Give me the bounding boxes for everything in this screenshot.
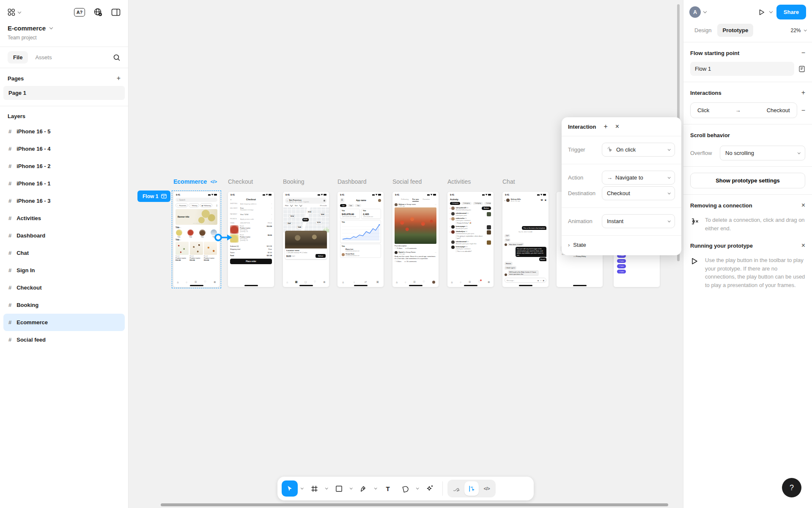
- dev-mode-tool[interactable]: </>: [480, 481, 494, 496]
- frame-booking[interactable]: 9:41 ○ San FranciscoSep 12 - 15 · 1 room…: [283, 192, 329, 287]
- move-tool-chevron-icon[interactable]: [301, 486, 303, 489]
- mini-dashboard-tabs: Tab Tab Tab: [340, 204, 381, 207]
- add-interaction-icon[interactable]: +: [801, 89, 805, 96]
- tab-design[interactable]: Design: [689, 24, 716, 37]
- pen-tool-chevron-icon[interactable]: [374, 486, 377, 489]
- rename-suggest-icon[interactable]: A?: [74, 8, 85, 17]
- shape-menu-chevron-icon[interactable]: [416, 486, 419, 489]
- comment-shape-tool[interactable]: [397, 480, 413, 497]
- interaction-row[interactable]: Click → Checkout: [690, 102, 797, 118]
- frame-checkout[interactable]: 9:41 ‹Checkout SHIPPING Add shipping add…: [228, 192, 274, 287]
- frame-tool-chevron-icon[interactable]: [325, 486, 328, 489]
- shape-tool-chevron-icon[interactable]: [350, 486, 352, 489]
- mini-chat-messages: This is the main chat template Nov 30, 2…: [502, 203, 549, 277]
- present-chevron-icon[interactable]: [769, 10, 773, 13]
- main-menu-chevron-icon[interactable]: [18, 10, 21, 13]
- frame-label-dashboard[interactable]: Dashboard: [337, 178, 367, 185]
- frame-label-booking[interactable]: Booking: [283, 178, 304, 185]
- search-icon[interactable]: [113, 54, 121, 61]
- layer-row[interactable]: # Dashboard: [3, 227, 125, 244]
- mini-listing-card: Location name ◇ 4.8 (100 reviews) ⚑ 1.2 …: [285, 231, 327, 259]
- layer-row[interactable]: # Checkout: [3, 279, 125, 296]
- remove-flow-icon[interactable]: −: [801, 50, 805, 56]
- layer-row[interactable]: # Activities: [3, 210, 125, 227]
- add-interaction-icon[interactable]: +: [604, 123, 607, 130]
- project-menu-chevron-icon[interactable]: [49, 26, 53, 29]
- help-button[interactable]: ?: [782, 478, 801, 497]
- frame-label-ecommerce[interactable]: Ecommerce </>: [173, 178, 217, 185]
- user-avatar[interactable]: A: [689, 6, 701, 18]
- show-prototype-settings-button[interactable]: Show prototype settings: [690, 173, 805, 188]
- avatar: [395, 203, 398, 206]
- frame-social-feed[interactable]: 9:41 Following For you Favorites Helena …: [392, 192, 439, 287]
- mini-category-item: Title: [187, 229, 194, 238]
- mini-chip: Tab: [340, 204, 346, 207]
- draw-tool[interactable]: [449, 481, 464, 496]
- frame-activities[interactable]: 9:41 Activity Category Category Category…: [447, 192, 494, 287]
- layer-row[interactable]: # Booking: [3, 296, 125, 314]
- mini-line-chart: Title: [340, 220, 381, 243]
- mini-checkout-info: SHIPPING Add shipping address › DELIVERY…: [228, 202, 274, 221]
- frame-label-social-feed[interactable]: Social feed: [392, 178, 422, 185]
- layer-name: iPhone 16 - 1: [16, 180, 50, 187]
- prototype-connection-arrow[interactable]: [214, 232, 233, 245]
- layer-row[interactable]: # iPhone 16 - 2: [3, 157, 125, 175]
- more-icon: …: [435, 251, 436, 253]
- close-icon[interactable]: ×: [615, 123, 619, 130]
- globe-status-icon[interactable]: [93, 8, 103, 17]
- account-chevron-icon[interactable]: [703, 10, 707, 13]
- shape-tool-rectangle[interactable]: [331, 480, 347, 497]
- frame-label-checkout[interactable]: Checkout: [228, 178, 253, 185]
- removing-connection-body: To delete a connection, click and drag o…: [705, 216, 805, 232]
- remove-interaction-icon[interactable]: −: [801, 107, 805, 114]
- text-tool[interactable]: T: [380, 480, 396, 497]
- layer-name: Checkout: [16, 284, 41, 291]
- actions-sparkle-tool[interactable]: [422, 480, 438, 497]
- flow-description-icon[interactable]: [798, 66, 805, 72]
- page-item-page-1[interactable]: Page 1: [3, 86, 125, 100]
- avatar: [451, 225, 455, 229]
- canvas-horizontal-scrollbar[interactable]: [161, 503, 668, 506]
- flow-name-input[interactable]: Flow 1: [690, 62, 794, 76]
- layer-row[interactable]: # iPhone 16 - 5: [3, 123, 125, 140]
- mini-activity-row: nebulanomad1d Liked your post: [451, 212, 491, 216]
- dismiss-tip-icon[interactable]: ×: [801, 202, 805, 209]
- frame-tool[interactable]: [306, 480, 322, 497]
- flow-start-badge[interactable]: Flow 1: [137, 190, 170, 202]
- frame-chat[interactable]: 9:41 ‹ Helena HillsActive 11m ago ☎▣ Thi…: [502, 192, 549, 287]
- layer-row[interactable]: # iPhone 16 - 1: [3, 175, 125, 192]
- tab-file[interactable]: File: [8, 51, 28, 64]
- mini-cart-item: Brand Product name Description Quantity:…: [230, 225, 272, 234]
- frame-label-activities[interactable]: Activities: [447, 178, 471, 185]
- action-select[interactable]: → Navigate to: [602, 171, 675, 185]
- move-tool[interactable]: [282, 480, 298, 497]
- mini-map-pin: $176: [316, 222, 321, 224]
- state-expander[interactable]: › State: [562, 235, 681, 255]
- layer-row[interactable]: # iPhone 16 - 4: [3, 140, 125, 157]
- layer-row[interactable]: # iPhone 16 - 3: [3, 192, 125, 210]
- frame-dashboard[interactable]: 9:41 ≡App name Tab Tab Tab Title $45,678…: [337, 192, 384, 287]
- pen-tool[interactable]: [355, 480, 371, 497]
- add-page-icon[interactable]: +: [117, 75, 121, 82]
- trigger-select[interactable]: On click: [602, 143, 675, 157]
- frame-ecommerce[interactable]: 9:41 ○Search ♡Favorites ◔History ◉Follow…: [173, 192, 219, 287]
- figma-logo-icon[interactable]: [8, 8, 15, 16]
- present-play-icon[interactable]: [758, 8, 765, 16]
- tab-prototype[interactable]: Prototype: [717, 24, 753, 37]
- frame-icon: #: [8, 198, 11, 204]
- animation-select[interactable]: Instant: [602, 214, 675, 228]
- tab-assets[interactable]: Assets: [30, 51, 57, 64]
- zoom-control[interactable]: 22%: [790, 28, 806, 33]
- layer-row[interactable]: # Chat: [3, 244, 125, 262]
- layer-row[interactable]: # Ecommerce: [3, 314, 125, 331]
- prototype-connect-tool[interactable]: [464, 481, 479, 496]
- overflow-select[interactable]: No scrolling: [720, 146, 805, 160]
- share-button[interactable]: Share: [776, 5, 806, 19]
- layer-row[interactable]: # Social feed: [3, 331, 125, 348]
- destination-select[interactable]: Checkout: [602, 186, 675, 200]
- toggle-panel-icon[interactable]: [111, 8, 121, 16]
- layer-row[interactable]: # Sign In: [3, 262, 125, 279]
- dismiss-tip-icon[interactable]: ×: [801, 242, 805, 249]
- frame-label-chat[interactable]: Chat: [502, 178, 515, 185]
- flow-section-title: Flow starting point: [690, 50, 739, 56]
